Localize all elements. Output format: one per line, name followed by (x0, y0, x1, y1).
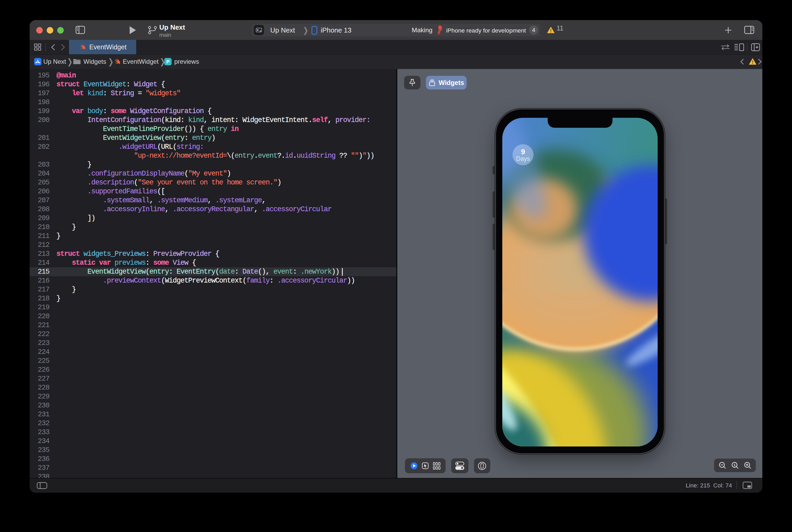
svg-text:1: 1 (734, 463, 735, 467)
svg-text:P: P (166, 59, 170, 64)
